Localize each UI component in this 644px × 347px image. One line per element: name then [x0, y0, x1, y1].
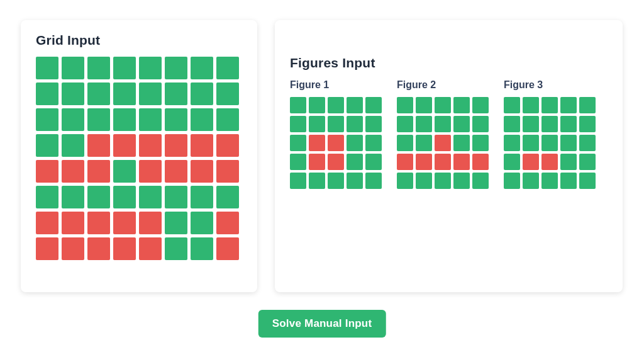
figure-cell[interactable] — [309, 97, 325, 113]
grid-cell[interactable] — [216, 82, 239, 105]
figure-cell[interactable] — [309, 173, 325, 189]
grid-cell[interactable] — [139, 82, 162, 105]
grid-cell[interactable] — [62, 134, 84, 157]
grid-cell[interactable] — [62, 212, 84, 234]
figure-cell[interactable] — [365, 97, 382, 113]
figure-cell[interactable] — [472, 116, 489, 132]
figure-cell[interactable] — [541, 154, 558, 170]
grid-cell[interactable] — [36, 186, 58, 208]
grid-cell[interactable] — [191, 237, 213, 260]
grid-cell[interactable] — [113, 108, 136, 131]
figure-cell[interactable] — [416, 173, 432, 189]
grid-cell[interactable] — [165, 134, 187, 157]
figure-cell[interactable] — [347, 173, 363, 189]
figure-cell[interactable] — [523, 173, 539, 189]
figure-cell[interactable] — [435, 135, 451, 151]
figure-cell[interactable] — [347, 97, 363, 113]
figure-cell[interactable] — [435, 116, 451, 132]
figure-cell[interactable] — [523, 154, 539, 170]
grid-cell[interactable] — [36, 57, 58, 79]
figure-cell[interactable] — [328, 97, 344, 113]
grid-cell[interactable] — [216, 186, 239, 208]
figure-cell[interactable] — [416, 154, 432, 170]
grid-cell[interactable] — [191, 186, 213, 208]
figure-cell[interactable] — [416, 97, 432, 113]
figure-cell[interactable] — [472, 135, 489, 151]
figure-cell[interactable] — [435, 154, 451, 170]
grid-cell[interactable] — [165, 237, 187, 260]
figure-cell[interactable] — [365, 135, 382, 151]
figure-cell[interactable] — [560, 173, 577, 189]
grid-cell[interactable] — [216, 57, 239, 79]
grid-cell[interactable] — [139, 237, 162, 260]
figure-cell[interactable] — [290, 97, 306, 113]
figure-cell[interactable] — [309, 135, 325, 151]
grid-cell[interactable] — [165, 57, 187, 79]
figure-cell[interactable] — [541, 97, 558, 113]
figure-cell[interactable] — [328, 116, 344, 132]
figure-cell[interactable] — [328, 135, 344, 151]
grid-cell[interactable] — [87, 134, 110, 157]
figure-cell[interactable] — [541, 173, 558, 189]
grid-cell[interactable] — [113, 57, 136, 79]
figure-cell[interactable] — [504, 116, 520, 132]
grid-cell[interactable] — [191, 134, 213, 157]
figure-cell[interactable] — [397, 116, 413, 132]
grid-cell[interactable] — [113, 186, 136, 208]
figure-cell[interactable] — [416, 135, 432, 151]
figure-cell[interactable] — [453, 116, 470, 132]
figure-cell[interactable] — [579, 97, 596, 113]
figure-cell[interactable] — [435, 173, 451, 189]
figure-cell[interactable] — [365, 154, 382, 170]
figure-cell[interactable] — [504, 135, 520, 151]
figure-cell[interactable] — [397, 173, 413, 189]
grid-cell[interactable] — [191, 108, 213, 131]
figure-cell[interactable] — [523, 135, 539, 151]
figure-cell[interactable] — [579, 116, 596, 132]
figure-cell[interactable] — [416, 116, 432, 132]
grid-cell[interactable] — [36, 108, 58, 131]
figure-cell[interactable] — [365, 173, 382, 189]
figure-cell[interactable] — [347, 135, 363, 151]
solve-button[interactable]: Solve Manual Input — [258, 310, 386, 338]
figure-cell[interactable] — [560, 135, 577, 151]
grid-cell[interactable] — [113, 160, 136, 183]
figure-cell[interactable] — [560, 116, 577, 132]
figure-cell[interactable] — [504, 154, 520, 170]
figure-cell[interactable] — [347, 154, 363, 170]
grid-cell[interactable] — [216, 237, 239, 260]
grid-cell[interactable] — [191, 160, 213, 183]
figure-cell[interactable] — [328, 173, 344, 189]
grid-cell[interactable] — [165, 186, 187, 208]
grid-cell[interactable] — [87, 237, 110, 260]
grid-cell[interactable] — [87, 186, 110, 208]
grid-cell[interactable] — [87, 160, 110, 183]
grid-cell[interactable] — [165, 108, 187, 131]
grid-cell[interactable] — [87, 212, 110, 234]
figure-cell[interactable] — [472, 154, 489, 170]
figure-cell[interactable] — [560, 154, 577, 170]
grid-cell[interactable] — [139, 57, 162, 79]
grid-cell[interactable] — [113, 82, 136, 105]
grid-cell[interactable] — [139, 160, 162, 183]
grid-cell[interactable] — [216, 134, 239, 157]
figure-cell[interactable] — [397, 154, 413, 170]
grid-cell[interactable] — [62, 108, 84, 131]
figure-cell[interactable] — [397, 135, 413, 151]
grid-cell[interactable] — [139, 108, 162, 131]
figure-cell[interactable] — [504, 173, 520, 189]
grid-cell[interactable] — [165, 212, 187, 234]
figure-cell[interactable] — [523, 97, 539, 113]
figure-cell[interactable] — [472, 173, 489, 189]
grid-cell[interactable] — [216, 212, 239, 234]
grid-cell[interactable] — [216, 160, 239, 183]
grid-cell[interactable] — [62, 160, 84, 183]
figure-cell[interactable] — [523, 116, 539, 132]
grid-cell[interactable] — [113, 237, 136, 260]
figure-cell[interactable] — [453, 135, 470, 151]
grid-cell[interactable] — [139, 212, 162, 234]
figure-cell[interactable] — [365, 116, 382, 132]
grid-cell[interactable] — [191, 212, 213, 234]
grid-cell[interactable] — [165, 160, 187, 183]
figure-cell[interactable] — [453, 173, 470, 189]
